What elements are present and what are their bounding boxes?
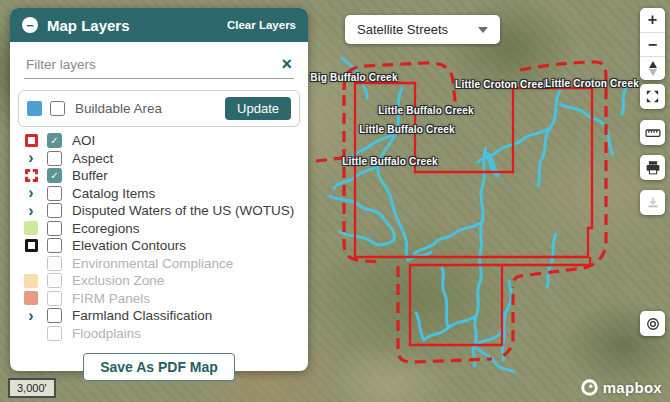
aoi-outline bbox=[355, 83, 592, 345]
layer-color-swatch bbox=[24, 221, 38, 235]
layer-row-aspect: ›Aspect bbox=[23, 150, 308, 168]
print-button[interactable] bbox=[640, 155, 665, 180]
geolocate-icon bbox=[644, 315, 662, 333]
minimize-panel-button[interactable]: − bbox=[22, 17, 38, 33]
layer-list: ✓AOI›Aspect✓Buffer›Catalog Items›Dispute… bbox=[10, 132, 308, 342]
layer-row-firm-panels: FIRM Panels bbox=[23, 290, 308, 308]
layer-label: Ecoregions bbox=[72, 221, 140, 236]
clear-filter-icon[interactable]: × bbox=[279, 55, 294, 73]
layer-checkbox[interactable] bbox=[47, 308, 62, 323]
basemap-style-dropdown[interactable]: Satellite Streets bbox=[345, 15, 500, 44]
layer-checkbox[interactable] bbox=[47, 186, 62, 201]
save-as-pdf-button[interactable]: Save As PDF Map bbox=[83, 353, 235, 381]
layer-checkbox[interactable]: ✓ bbox=[47, 133, 62, 148]
zoom-compass-control: + − bbox=[640, 8, 665, 80]
layer-checkbox[interactable] bbox=[47, 238, 62, 253]
filter-row: × bbox=[24, 55, 294, 79]
layer-color-swatch bbox=[24, 274, 38, 288]
layer-row-buffer: ✓Buffer bbox=[23, 167, 308, 185]
layer-checkbox[interactable] bbox=[47, 273, 62, 288]
creek-lines bbox=[330, 58, 626, 372]
fullscreen-icon bbox=[644, 88, 661, 105]
creek-label: Big Buffalo Creek bbox=[310, 72, 397, 83]
buildable-area-checkbox[interactable] bbox=[50, 101, 65, 116]
expand-chevron-icon[interactable]: › bbox=[28, 185, 33, 201]
measure-button[interactable] bbox=[640, 120, 665, 145]
layer-row-catalog-items: ›Catalog Items bbox=[23, 185, 308, 203]
creek-label: Little Croton Creek bbox=[455, 79, 549, 90]
layer-checkbox[interactable] bbox=[47, 203, 62, 218]
contours-legend-icon bbox=[25, 239, 38, 252]
mapbox-attribution[interactable]: mapbox bbox=[581, 379, 662, 396]
download-icon bbox=[644, 194, 662, 212]
download-button[interactable] bbox=[640, 190, 665, 215]
compass-button[interactable] bbox=[640, 56, 665, 80]
layer-label: Floodplains bbox=[72, 326, 141, 341]
expand-chevron-icon[interactable]: › bbox=[28, 308, 33, 324]
map-layers-panel: − Map Layers Clear Layers × Buildable Ar… bbox=[10, 8, 308, 371]
layer-checkbox[interactable] bbox=[47, 151, 62, 166]
mapbox-wordmark: mapbox bbox=[603, 379, 662, 396]
app-window: Big Buffalo CreekLittle Croton CreekLitt… bbox=[0, 0, 670, 402]
layer-label: Environmental Compliance bbox=[72, 256, 233, 271]
layer-row-disputed-waters-of-the-us-wotus: ›Disputed Waters of the US (WOTUS) bbox=[23, 202, 308, 220]
layer-checkbox[interactable] bbox=[47, 256, 62, 271]
layer-row-elevation-contours: Elevation Contours bbox=[23, 237, 308, 255]
panel-header: − Map Layers Clear Layers bbox=[10, 8, 308, 42]
layer-label: Buffer bbox=[72, 168, 108, 183]
layer-checkbox[interactable]: ✓ bbox=[47, 168, 62, 183]
zoom-out-button[interactable]: − bbox=[640, 32, 665, 56]
layer-label: Exclusion Zone bbox=[72, 273, 164, 288]
layer-checkbox[interactable] bbox=[47, 326, 62, 341]
map-scale-label: 3,000' bbox=[17, 382, 47, 394]
layer-row-ecoregions: Ecoregions bbox=[23, 220, 308, 238]
buildable-area-swatch bbox=[27, 101, 42, 116]
aoi-legend-icon bbox=[25, 134, 38, 147]
layer-label: Catalog Items bbox=[72, 186, 155, 201]
buildable-area-label: Buildable Area bbox=[75, 101, 162, 116]
zoom-in-button[interactable]: + bbox=[640, 8, 665, 32]
layer-checkbox[interactable] bbox=[47, 291, 62, 306]
creek-label: Little Buffalo Creek bbox=[359, 124, 455, 135]
filter-layers-input[interactable] bbox=[24, 56, 279, 73]
layer-checkbox[interactable] bbox=[47, 221, 62, 236]
buffer-legend-icon bbox=[25, 169, 38, 182]
fullscreen-button[interactable] bbox=[640, 84, 665, 109]
update-button[interactable]: Update bbox=[225, 97, 291, 120]
layer-label: AOI bbox=[72, 133, 95, 148]
layer-row-aoi: ✓AOI bbox=[23, 132, 308, 150]
layer-label: Farmland Classification bbox=[72, 308, 212, 323]
layer-label: FIRM Panels bbox=[72, 291, 150, 306]
expand-chevron-icon[interactable]: › bbox=[28, 203, 33, 219]
panel-title: Map Layers bbox=[47, 17, 130, 34]
layer-row-farmland-classification: ›Farmland Classification bbox=[23, 307, 308, 325]
layer-row-floodplains: Floodplains bbox=[23, 325, 308, 343]
geolocate-button[interactable] bbox=[640, 311, 665, 336]
clear-layers-button[interactable]: Clear Layers bbox=[227, 19, 296, 31]
creek-label: Little Buffalo Creek bbox=[378, 105, 474, 116]
chevron-down-icon bbox=[478, 27, 488, 33]
creek-label: Little Buffalo Creek bbox=[342, 156, 438, 167]
buildable-area-card: Buildable Area Update bbox=[18, 90, 300, 127]
mapbox-logo-icon bbox=[581, 379, 598, 396]
compass-needle-icon bbox=[649, 61, 657, 76]
ruler-icon bbox=[644, 124, 662, 142]
expand-chevron-icon[interactable]: › bbox=[28, 150, 33, 166]
layer-label: Disputed Waters of the US (WOTUS) bbox=[72, 203, 294, 218]
layer-row-environmental-compliance: Environmental Compliance bbox=[23, 255, 308, 273]
map-scale: 3,000' bbox=[8, 378, 56, 398]
layer-color-swatch bbox=[24, 291, 38, 305]
creek-label: Little Croton Creek bbox=[545, 78, 639, 89]
layer-label: Aspect bbox=[72, 151, 113, 166]
layer-row-exclusion-zone: Exclusion Zone bbox=[23, 272, 308, 290]
printer-icon bbox=[644, 159, 662, 177]
layer-label: Elevation Contours bbox=[72, 238, 186, 253]
basemap-style-value: Satellite Streets bbox=[357, 22, 448, 37]
